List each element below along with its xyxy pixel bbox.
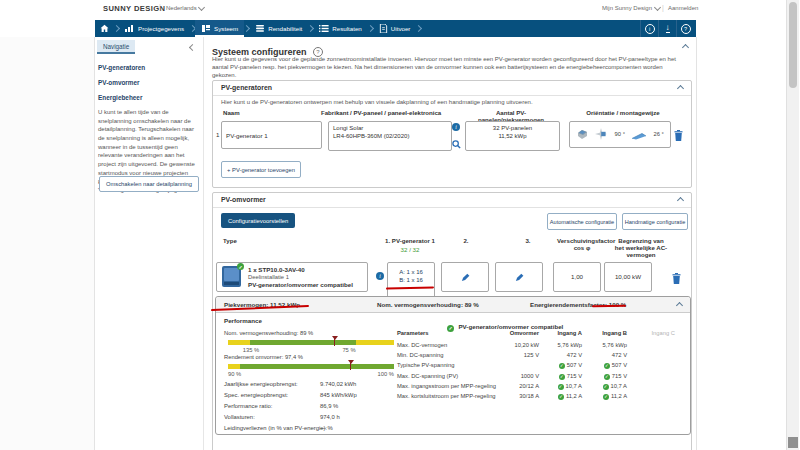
gen1-assignment: 32 / 32 <box>378 246 442 254</box>
panel-info-icon[interactable]: i <box>452 123 460 131</box>
search-panel-icon[interactable] <box>452 135 461 153</box>
bar2-label: Rendement omvormer: 97,4 % <box>224 354 303 362</box>
column-header-gen2: 2. <box>456 237 476 244</box>
download-button[interactable]: ↓ <box>658 20 676 37</box>
pv-generators-panel: PV-generatoren Hier kunt u de PV-generat… <box>212 80 692 188</box>
top-bar: SUNNY DESIGN | Nederlands Mijn Sunny Des… <box>0 0 800 20</box>
param-inverter: 1000 V <box>499 373 539 379</box>
main-content: Systeem configureren ? Hier kunt u de ge… <box>205 37 692 450</box>
tab-resultaten[interactable]: Resultaten <box>313 20 368 37</box>
tilt-value: 26 ° <box>653 131 663 139</box>
gen1-string-field[interactable]: A: 1 x 16 B: 1 x 16 <box>387 262 435 298</box>
kv-value: 845 kWh/kWp <box>320 392 357 398</box>
configuration-proposals-button[interactable]: Configuratievoorstellen <box>221 213 295 228</box>
panel-title: PV-omvormer <box>221 196 266 203</box>
kv-label: Leidingverliezen (in % van PV-energie): <box>224 425 327 431</box>
param-label: Min. DC-spanning <box>397 352 443 358</box>
col-omvormer: Omvormer <box>499 330 539 336</box>
tab-uitvoer[interactable]: Uitvoer <box>373 20 417 37</box>
param-input-a: 472 V <box>542 352 582 358</box>
inverter-details-box: Piekvermogen: 11,52 kWp Nom. vermogensve… <box>215 296 691 435</box>
document-icon <box>379 24 388 34</box>
system-icon <box>201 24 211 34</box>
switch-detail-planning-button[interactable]: Omschakelen naar detailplanning <box>99 176 199 192</box>
gauge-marker <box>348 360 354 364</box>
sidebar-tab-navigatie[interactable]: Navigatie <box>97 40 135 54</box>
param-label: Max. kortsluitstroom per MPP-regeling <box>397 393 496 399</box>
home-tab[interactable] <box>95 20 114 37</box>
ac-limit-field[interactable]: 10,00 kW <box>604 262 652 292</box>
add-generator-button[interactable]: + PV-generator toevoegen <box>221 161 301 178</box>
tab-systeem[interactable]: Systeem <box>195 20 244 37</box>
kv-label: Performance ratio: <box>224 403 272 409</box>
page-scrollbar[interactable] <box>786 0 799 450</box>
inverter-model: 1 x STP10.0-3AV-40 <box>248 266 305 274</box>
collapse-details-icon[interactable] <box>676 302 683 309</box>
automatic-configuration-button[interactable]: Automatische configuratie <box>547 213 617 230</box>
account-menu[interactable]: Mijn Sunny Design <box>602 5 660 11</box>
language-selector[interactable]: Nederlands <box>166 5 204 11</box>
scrollbar-thumb[interactable] <box>789 2 797 88</box>
left-gutter <box>0 37 94 450</box>
param-input-a: 5,76 kWp <box>542 342 582 348</box>
bar-chart-icon <box>125 24 135 33</box>
collapse-panel-icon[interactable] <box>677 85 684 92</box>
column-header-orientatie: Oriëntatie / montagewijze <box>577 109 669 116</box>
param-input-b: ✓507 V <box>587 362 627 369</box>
panel-header[interactable]: PV-omvormer <box>213 193 691 208</box>
coins-icon <box>255 24 265 34</box>
panel-count-field[interactable]: 32 PV-panelen 11,52 kWp <box>465 121 560 151</box>
ok-check-icon: ✓ <box>604 374 610 380</box>
pencil-icon <box>515 268 524 286</box>
list-icon <box>319 24 329 34</box>
generator-name-input[interactable] <box>221 121 322 149</box>
peak-power: 11,52 kWp <box>466 133 559 141</box>
string-a: A: 1 x 16 <box>388 269 434 277</box>
delete-inverter-icon[interactable] <box>672 270 681 288</box>
param-label: Max. ingangsstroom per MPP-regeling <box>397 383 496 389</box>
panel-header[interactable]: PV-generatoren <box>213 81 691 96</box>
orientation-field[interactable]: 90 ° 26 ° <box>569 121 671 148</box>
column-header-cosphi: Verschuivingsfactor cos φ <box>557 237 607 251</box>
delete-generator-icon[interactable] <box>674 127 683 145</box>
app-logo: SUNNY DESIGN <box>103 4 165 13</box>
panel-type-field[interactable]: Longi Solar LR4-60HPB-360M (02/2020) <box>328 121 452 151</box>
param-input-a: ✓715 V <box>542 373 582 380</box>
collapse-panel-icon[interactable] <box>677 197 684 204</box>
param-label: Max. DC-spanning (PV) <box>397 373 458 379</box>
gen3-edit-field[interactable] <box>495 262 543 292</box>
parameters-title: Parameters <box>397 330 429 338</box>
panel-title: PV-generatoren <box>221 84 272 91</box>
scrollbar-bottom-button[interactable] <box>788 437 798 448</box>
tab-rendabiliteit[interactable]: Rendabiliteit <box>249 20 308 37</box>
ok-check-icon: ✓ <box>604 363 610 369</box>
help-button[interactable]: ? <box>676 20 694 37</box>
bar1-label: Nom. vermogensverhouding: 89 % <box>224 330 313 338</box>
collapse-sidebar-icon[interactable] <box>189 44 196 51</box>
sidebar-item-pv-generatoren[interactable]: PV-generatoren <box>98 64 145 71</box>
param-inverter: 10,20 kW <box>499 342 539 348</box>
divider: | <box>159 3 161 10</box>
panel-count: 32 PV-panelen <box>466 125 559 133</box>
column-header-gen3: 3. <box>518 237 538 244</box>
gen2-edit-field[interactable] <box>441 262 489 292</box>
kv-value: 86,9 % <box>320 403 338 409</box>
collapse-page-icon[interactable] <box>682 44 689 51</box>
tab-projectgegevens[interactable]: Projectgegevens <box>119 20 190 37</box>
sidebar-item-pv-omvormer[interactable]: PV-omvormer <box>98 79 140 86</box>
azimuth-icon <box>595 126 608 144</box>
kv-label: Vollasturen: <box>224 414 255 420</box>
compatibility-label: PV-generator/omvormer compatibel <box>248 281 353 289</box>
ok-check-icon: ✓ <box>558 384 564 390</box>
inverter-type-field[interactable]: ✓ 1 x STP10.0-3AV-40 Deelinstallatie 1 P… <box>216 262 368 292</box>
sidebar-item-energiebeheer[interactable]: Energiebeheer <box>98 94 142 101</box>
inverter-info-icon[interactable]: i <box>376 272 384 280</box>
navbar-icon-group: i ↓ ? <box>640 20 694 37</box>
cosphi-field[interactable]: 1,00 <box>553 262 601 292</box>
info-button[interactable]: i <box>640 20 658 37</box>
page-intro: Hier kunt u de gegevens voor de geplande… <box>212 55 688 79</box>
string-b: B: 1 x 16 <box>388 277 434 285</box>
signin-link[interactable]: Aanmelden <box>668 5 698 11</box>
ok-check-icon: ✓ <box>559 374 565 380</box>
manual-configuration-button[interactable]: Handmatige configuratie <box>622 213 688 230</box>
